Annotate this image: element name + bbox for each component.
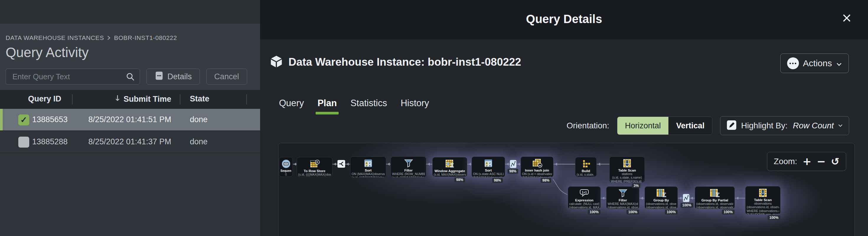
close-icon[interactable] — [839, 11, 855, 26]
row-count-badge: 98% — [540, 178, 551, 183]
details-title: Query Details — [260, 12, 868, 26]
plan-node-sort[interactable]: AZZASortON (s.state ASC NULLS LAST , MAX… — [471, 156, 505, 178]
plan-node-window-aggregate[interactable]: ΣWindow Aggregate(s.id, MAX(MAX(observat… — [432, 157, 467, 177]
tab-history[interactable]: History — [401, 98, 429, 114]
plan-node-inner-hash-join[interactable]: ⋈Inner hash joinON (s.id = observations.… — [521, 156, 554, 178]
breadcrumb-root[interactable]: DATA WAREHOUSE INSTANCES — [6, 34, 104, 42]
plan-operator-exchange-icon[interactable] — [683, 194, 689, 202]
search-icon — [126, 72, 135, 83]
highlight-by-dropdown[interactable]: Highlight By: Row Count — [720, 116, 849, 135]
plan-node-detail: WHERE (PREFIX(s.id, $14) AND (s.st… — [611, 180, 643, 183]
plan-edge — [426, 164, 432, 164]
plan-node-detail: (observations.id, observations.year… — [696, 206, 733, 209]
cell-submit-time: 8/25/2022 01:41:37 PM — [72, 137, 171, 147]
table-header: Query ID Submit Time State — [0, 90, 260, 109]
plan-node-detail: WHERE (observations.element = $1… — [747, 209, 779, 213]
selected-row-indicator — [0, 109, 3, 130]
plan-node-filter[interactable]: FilterWHERE (ROW_NUMBER() OVER (PA…(s.id… — [391, 156, 426, 178]
orientation-horizontal-button[interactable]: Horizontal — [617, 117, 669, 135]
plan-node-title: Sort — [473, 168, 504, 172]
breadcrumb-current: BOBR-INST1-080222 — [114, 34, 177, 42]
column-header-state[interactable]: State — [190, 94, 209, 104]
column-header-submit-time[interactable]: Submit Time — [72, 94, 171, 104]
zoom-reset-icon[interactable]: ↺ — [831, 156, 840, 166]
column-header-query-id[interactable]: Query ID — [28, 94, 61, 104]
table-row[interactable]: 13885288 8/25/2022 01:41:37 PM done — [0, 131, 260, 153]
plan-edge — [467, 164, 471, 164]
plan-node-sort[interactable]: AZZASortON (MAX(MAX(observations.data_v…… — [350, 156, 386, 178]
plan-node-build[interactable]: Build(s.id, s.state, s.name) — [575, 157, 597, 177]
instance-heading: Data Warehouse Instance: bobr-inst1-0802… — [270, 55, 521, 70]
plan-node-title: Group By — [646, 199, 676, 202]
row-count-badge: 98% — [454, 178, 465, 182]
plan-node-detail: (s.id, ((((MAX(MAX(observations.dat… — [352, 176, 385, 178]
plan-node-detail: stations — [611, 172, 643, 176]
plan-node-filter[interactable]: FilterWHERE MAX(MAX(observations.dat…(ob… — [606, 186, 640, 209]
plan-node-detail: (observations.id, observations.year… — [696, 202, 733, 206]
filter-icon — [392, 159, 425, 168]
plan-node-table-scan[interactable]: Table Scanstations(s.id, s.state, s.name… — [609, 156, 645, 183]
instance-title: Data Warehouse Instance: bobr-inst1-0802… — [288, 56, 521, 68]
search-input[interactable] — [6, 69, 140, 85]
cancel-button[interactable]: Cancel — [206, 69, 247, 85]
group-by-icon: Σ — [646, 188, 676, 198]
plan-node-detail: (MAX(MAX(observations.data_valu… — [473, 176, 504, 178]
plan-edge — [601, 198, 606, 199]
plan-node-detail: (s.id, s.state, s.name) — [611, 176, 643, 179]
plan-canvas[interactable]: Zoom: + − ↺ Sequence()To Row Store(s.id,… — [278, 143, 855, 236]
row-count-badge: 100% — [722, 210, 735, 214]
plan-node-sequence[interactable]: Sequence() — [279, 157, 293, 177]
to-row-store-icon — [298, 159, 331, 168]
row-count-badge: 98% — [507, 169, 518, 174]
row-count-badge: 100% — [665, 210, 678, 214]
plan-node-title: Sort — [352, 168, 385, 172]
query-activity-panel: DATA WAREHOUSE INSTANCES BOBR-INST1-0802… — [0, 0, 260, 236]
plan-node-detail: (observations.id, observations.year… — [646, 202, 676, 206]
row-count-badge: 100% — [626, 210, 639, 214]
tab-statistics[interactable]: Statistics — [350, 98, 387, 114]
row-count-badge: 100% — [588, 210, 600, 214]
column-divider — [180, 94, 180, 104]
highlight-by-label: Highlight By: — [741, 121, 787, 130]
plan-operator-merge-icon[interactable] — [337, 160, 345, 168]
plan-node-group-by-partial[interactable]: ΣGroup By Partial(observations.id, obser… — [695, 186, 735, 209]
plan-node-detail: (observations.id, observations.year… — [646, 206, 676, 209]
query-table: Query ID Submit Time State ✓ 13885653 — [0, 90, 260, 236]
sequence-icon — [280, 159, 291, 168]
left-top-bar — [0, 0, 260, 24]
cell-state: done — [190, 137, 208, 147]
actions-button[interactable]: Actions — [780, 54, 849, 73]
plan-node-expression[interactable]: 1+1Expressioncalculate: (NULL cast)(obse… — [568, 186, 601, 209]
orientation-vertical-button[interactable]: Vertical — [669, 117, 712, 135]
plan-edge — [678, 198, 683, 199]
zoom-out-button[interactable]: − — [817, 156, 826, 167]
svg-text:A: A — [489, 164, 491, 167]
table-row[interactable]: ✓ 13885653 8/25/2022 01:41:51 PM done — [0, 109, 260, 131]
breadcrumb: DATA WAREHOUSE INSTANCES BOBR-INST1-0802… — [6, 34, 260, 42]
plan-edge — [292, 164, 297, 164]
svg-text:⋈: ⋈ — [539, 164, 541, 167]
window-aggregate-icon: Σ — [434, 159, 466, 168]
plan-node-title: Window Aggregate — [434, 169, 466, 173]
plan-node-detail: ON (s.id = observations.id) — [522, 172, 552, 176]
tab-plan[interactable]: Plan — [317, 98, 337, 114]
plan-node-group-by[interactable]: ΣGroup By(observations.id, observations.… — [645, 186, 678, 209]
table-scan-icon — [611, 159, 643, 168]
plan-node-to-row-store[interactable]: To Row Store(s.id, ((((MAX(MAX(observati… — [297, 157, 333, 177]
zoom-in-button[interactable]: + — [802, 156, 811, 167]
details-button[interactable]: Details — [147, 69, 200, 85]
plan-node-detail: (observations.id, observations.year… — [608, 206, 638, 209]
plan-operator-exchange-icon[interactable] — [510, 160, 516, 168]
plan-node-detail: (observations.id, MAX(MAX(observ… — [569, 206, 599, 209]
plan-node-detail: (s.id, s.state, s.name) — [577, 173, 595, 176]
column-divider — [246, 94, 247, 104]
row-count-badge: 100% — [768, 215, 780, 220]
row-count-badge: 3% — [632, 183, 640, 188]
plan-node-detail: PUSHDOWN min_max(observation… — [747, 213, 779, 215]
row-checkbox-unchecked[interactable] — [18, 137, 29, 148]
row-checkbox-checked[interactable]: ✓ — [18, 114, 29, 125]
plan-node-title: Expression — [569, 199, 599, 202]
tab-query[interactable]: Query — [279, 98, 304, 114]
plan-node-table-scan[interactable]: Table Scanobservations(observations.id, … — [745, 186, 781, 215]
svg-text:Z: Z — [366, 164, 367, 167]
